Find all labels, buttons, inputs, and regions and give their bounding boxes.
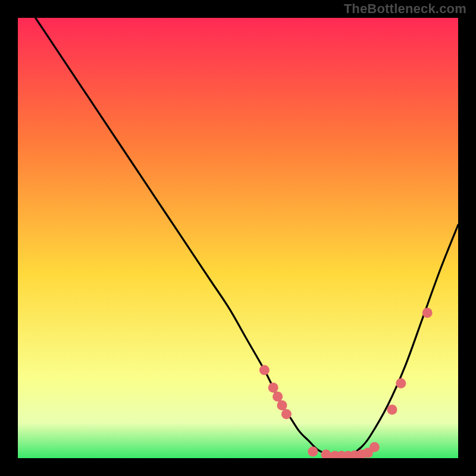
curve-marker [268, 383, 278, 393]
watermark-text: TheBottleneck.com [344, 1, 466, 17]
curve-marker [281, 409, 292, 419]
curve-marker [277, 400, 287, 411]
curve-marker [308, 446, 318, 456]
curve-marker [387, 405, 397, 415]
curve-marker [396, 378, 406, 389]
chart-svg [18, 18, 458, 458]
gradient-background [18, 18, 458, 458]
curve-marker [273, 392, 283, 402]
curve-marker [259, 365, 270, 375]
curve-marker [422, 308, 433, 318]
curve-marker [369, 442, 380, 452]
chart-frame: TheBottleneck.com [0, 0, 476, 476]
plot-area [18, 18, 458, 458]
